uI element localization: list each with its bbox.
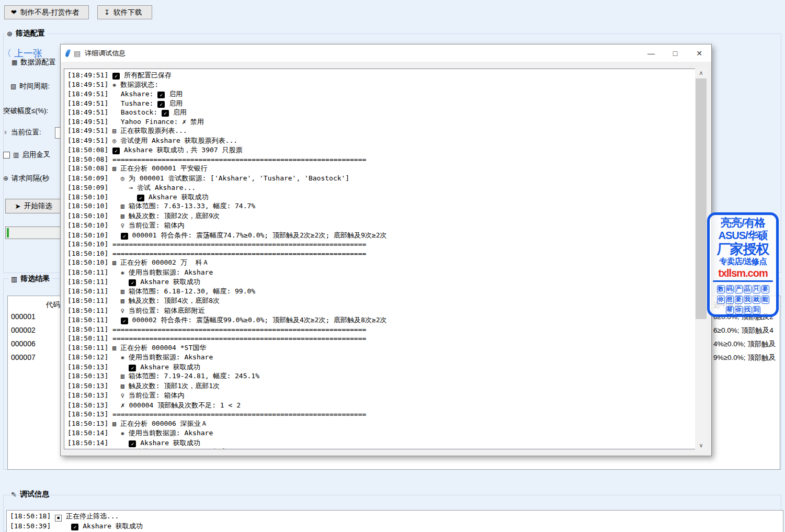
download-button[interactable]: ↧ 软件下载 [97,5,152,19]
ad-slogan-char: 数 [717,285,725,293]
log-line: [18:50:10] ▥ 箱体范围: 7.63-13.33, 幅度: 74.7% [67,201,693,211]
log-line: [18:50:14] ✓ Akshare 获取成功 [67,438,693,448]
ad-slogan-char: 只 [753,285,760,293]
check-icon: ✓ [112,148,120,154]
start-filter-label: 开始筛选 [24,201,52,211]
ad-slogan-char: 能 [761,296,769,304]
trend-icon: ▧ [112,164,116,174]
row-code: 000007 [11,353,36,361]
check-icon: ✓ [157,101,165,108]
log-line: [18:50:08] =============================… [67,155,693,164]
log-line: [18:50:11] =============================… [67,325,693,334]
row-reason-fragment: 4%≥0.0%; 顶部触及 [713,339,780,349]
scroll-up-icon[interactable]: ∧ [695,69,707,78]
ad-slogan-char: 就 [753,296,760,304]
database-icon: ▦ [12,59,17,66]
datasource-icon: ❋ [121,429,124,438]
python-feather-icon [65,49,71,57]
results-col-code[interactable]: 代码 [8,300,60,310]
log-line: [18:50:09] → 尝试 Akshare... [67,183,693,193]
bar-chart-icon: ▥ [121,372,124,381]
check-icon: ✓ [129,440,136,447]
log-scrollbar[interactable]: ∧ ∨ [695,69,707,450]
log-line: [18:50:08] ✓ Akshare 获取成功，共 3907 只股票 [67,145,693,155]
detail-log-textarea[interactable]: [18:49:51] ✓ 所有配置已保存[18:49:51] ❋ 数据源状态:[… [64,69,697,449]
log-line: [18:49:51] Yahoo Finance: ✗ 禁用 [67,117,693,127]
log-line: [18:50:10] ▧ 正在分析 000002 万 科Ａ [67,258,693,268]
log-line: [18:50:09] ◎ 为 000001 尝试数据源: ['Akshare',… [67,174,693,184]
check-icon: ✓ [129,365,136,371]
log-line: [18:50:13] ▧ 正在分析 000006 深振业Ａ [67,419,693,429]
search-icon: ◎ [121,174,124,184]
stop-icon: ■ [55,515,62,522]
donate-button[interactable]: ❤ 制作不易-打赏作者 [4,5,89,19]
x-icon: ✗ [182,118,186,126]
dialog-title: 详细调试信息 [85,49,126,58]
download-icon: ↧ [104,8,110,16]
clipboard-icon: ▤ [74,49,81,58]
log-line: [18:50:10] ▧ 触及次数: 顶部2次，底部9次 [67,211,693,221]
start-filter-button[interactable]: ➤ 开始筛选 [5,199,62,213]
log-line: [18:50:13] ▥ 箱体范围: 7.19-24.81, 幅度: 245.1… [67,371,693,381]
log-line: [18:50:14] ▥ 箱体范围: 3.29-10.41, 幅度: 216.4… [67,447,693,449]
log-line: [18:50:13] =============================… [67,410,693,419]
log-line: [18:49:51] Akshare: ✓ 启用 [67,89,693,99]
log-line: [18:50:39] ✓ Akshare 获取成功 [10,522,780,531]
bar-chart-icon: ▥ [121,448,124,449]
ad-divider [713,280,773,282]
datasource-config-label: ▦ 数据源配置 [12,58,56,67]
clipboard-icon: ▤ [112,127,116,136]
ad-slogan-char: 你 [717,296,725,304]
ad-slogan-char: 我 [744,296,752,304]
check-icon: ✓ [71,524,78,530]
trend-icon: ▧ [121,297,124,306]
pin-icon: ♀ [121,391,124,401]
debug-log-box[interactable]: [18:50:18] ■ 正在停止筛选...[18:50:39] ✓ Aksha… [6,510,783,532]
check-icon: ✓ [157,92,165,98]
log-line: [18:50:13] ♀ 当前位置: 箱体内 [67,391,693,401]
trend-icon: ▧ [112,258,116,268]
golden-cross-row[interactable]: ▥ 启用金叉 [3,150,50,160]
filter-config-title-text: 筛选配置 [16,29,45,38]
check-icon: ✓ [129,279,136,286]
log-line: [18:49:51] ▤ 正在获取股票列表... [67,126,693,136]
check-icon: ✓ [121,233,128,240]
vendor-ad-overlay: 亮亮/有格 ASUS/华硕 厂家授权 专卖店/送修点 txllsm.com 数码… [707,212,779,317]
log-line: [18:50:13] ✗ 000004 顶部触及次数不足: 1 < 2 [67,401,693,410]
results-chart-icon: ▥ [11,275,17,283]
time-period-label: ▧ 时间周期: [10,82,50,91]
check-icon: ✓ [162,110,169,117]
breakout-range-label: 突破幅度≤(%): [3,106,48,116]
bar-chart-icon: ▥ [121,202,124,211]
ad-line3: 厂家授权 [710,242,776,256]
debug-detail-dialog: ▤ 详细调试信息 — □ ✕ [18:49:51] ✓ 所有配置已保存[18:4… [60,44,712,456]
minimize-button[interactable]: — [639,44,663,62]
request-interval-label: ⊕ 请求间隔(秒 [3,174,49,183]
log-line: [18:49:51] ✓ 所有配置已保存 [67,71,693,80]
ad-slogan-char: 要 [735,296,743,304]
log-line: [18:50:11] ▧ 正在分析 000004 *ST国华 [67,343,693,353]
log-line: [18:50:11] ▧ 触及次数: 顶部4次，底部8次 [67,296,693,306]
trend-icon: ▧ [112,420,116,429]
row-reason-fragment: 9%≥0.0%; 顶部触及 [713,353,780,363]
dialog-titlebar[interactable]: ▤ 详细调试信息 — □ ✕ [61,44,711,62]
trend-icon: ▧ [121,382,124,391]
golden-cross-checkbox[interactable] [3,152,10,159]
log-line: [18:49:51] ◎ 尝试使用 Akshare 获取股票列表... [67,136,693,146]
ad-slogan1: 数码产品只要 [710,283,776,293]
scroll-down-icon[interactable]: ∨ [695,441,707,450]
close-button[interactable]: ✕ [687,44,711,62]
log-line: [18:50:11] ♀ 当前位置: 箱体底部附近 [67,306,693,316]
ad-slogan-char: 产 [735,285,743,293]
bar-chart-icon: ▥ [121,287,124,297]
scrollbar-thumb[interactable] [696,78,707,319]
log-line: [18:49:51] Baostock: ✓ 启用 [67,108,693,117]
progress-bar [5,227,63,239]
results-title: ▥ 筛选结果 [8,274,52,284]
trend-icon: ▧ [121,212,124,221]
log-line: [18:50:14] ❋ 使用当前数据源: Akshare [67,428,693,438]
row-code: 000002 [11,326,36,334]
log-line: [18:50:12] ❋ 使用当前数据源: Akshare [67,353,693,363]
maximize-button[interactable]: □ [663,44,687,62]
ad-slogan2: 你想要我就能 [710,293,776,304]
